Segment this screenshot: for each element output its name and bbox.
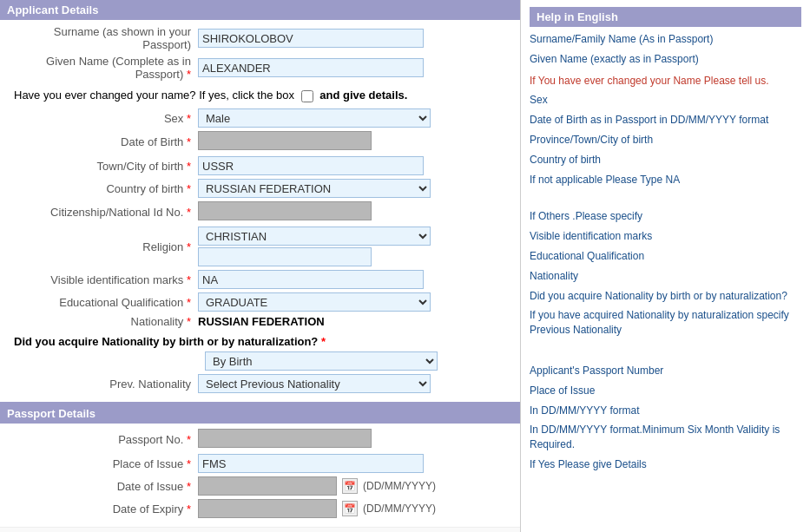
help-title: Help in English [537,10,618,23]
prev-nat-label: Prev. Nationality [7,378,198,391]
surname-value [198,29,513,48]
religion-label: Religion * [7,240,198,253]
dob-input-blurred[interactable] [198,131,372,150]
education-select[interactable]: GRADUATE [198,292,431,312]
town-input[interactable] [198,156,424,175]
date-expiry-value: 📅 (DD/MM/YYYY) [198,499,513,518]
help-place: Place of Issue [530,384,801,398]
surname-row: Surname (as shown in your Passport) [7,25,513,51]
sex-value: Male Female [198,108,513,128]
help-town: Province/Town/City of birth [530,133,801,148]
date-issue-required: * [187,480,191,493]
help-content: Surname/Family Name (As in Passport) Giv… [530,27,801,472]
date-issue-input-blurred[interactable] [198,476,337,496]
passport-section: Passport Details Passport No. * Pla [0,402,520,527]
help-nat-question: Did you acquire Nationality by birth or … [530,289,801,304]
date-expiry-input-blurred[interactable] [198,499,337,518]
ic-row: Any other valid Passport/Identity Certif… [0,527,520,532]
place-issue-input[interactable] [198,454,424,473]
religion-value: CHRISTIAN [198,227,513,266]
citizenship-required: * [187,206,191,219]
prev-nat-value: Select Previous Nationality [198,374,513,393]
nationality-required: * [187,315,191,328]
visible-marks-input[interactable] [198,270,424,289]
applicant-details-title: Applicant Details [7,3,98,16]
name-change-text: Have you ever changed your name? If yes,… [14,89,294,102]
citizenship-input-blurred[interactable] [198,201,372,220]
nat-type-row: By Birth By Naturalization [7,351,513,371]
date-expiry-row: Date of Expiry * 📅 (DD/MM/YYYY) [7,499,513,518]
name-change-suffix: and give details. [319,89,407,102]
help-date-issue: In DD/MM/YYYY format [530,404,801,418]
help-name-change: If You have ever changed your Name Pleas… [530,74,801,89]
citizenship-label: Citizenship/National Id No. * [7,206,198,219]
country-select[interactable]: RUSSIAN FEDERATION [198,179,431,198]
help-nationality: Nationality [530,269,801,284]
town-value [198,156,513,175]
help-country: Country of birth [530,153,801,167]
help-nat-naturalization: If you have acquired Nationality by natu… [530,308,801,338]
help-passport-no: Applicant's Passport Number [530,364,801,378]
applicant-form-body: Surname (as shown in your Passport) Give… [0,20,520,402]
prev-nat-select[interactable]: Select Previous Nationality [198,374,431,393]
religion-other-input[interactable] [198,247,372,266]
citizenship-value [198,201,513,223]
given-name-required: * [187,68,191,81]
nationality-value: RUSSIAN FEDERATION [198,315,325,328]
date-issue-format: (DD/MM/YYYY) [363,480,436,492]
place-issue-label: Place of Issue * [7,457,198,470]
sex-select[interactable]: Male Female [198,108,431,128]
nat-type-select[interactable]: By Birth By Naturalization [205,351,438,371]
left-panel: Applicant Details Surname (as shown in y… [0,0,521,532]
date-issue-calendar-icon[interactable]: 📅 [342,478,358,494]
surname-label: Surname (as shown in your Passport) [7,25,198,51]
sex-row: Sex * Male Female [7,108,513,128]
sex-label: Sex * [7,112,198,125]
visible-marks-value [198,270,513,289]
dob-required: * [187,135,191,148]
place-issue-required: * [187,457,191,470]
country-label: Country of birth * [7,182,198,195]
passport-no-row: Passport No. * [7,429,513,450]
nat-question-required: * [321,335,326,348]
visible-marks-row: Visible identification marks * [7,270,513,289]
passport-body: Passport No. * Place of Issue * [0,424,520,527]
sex-required: * [187,112,191,125]
country-required: * [187,182,191,195]
nationality-label: Nationality * [7,315,198,328]
dob-value [198,131,513,153]
religion-required: * [187,240,191,253]
place-issue-row: Place of Issue * [7,454,513,473]
education-row: Educational Qualification * GRADUATE [7,292,513,312]
given-name-label: Given Name (Complete as in Passport) * [7,55,198,81]
nationality-row: Nationality * RUSSIAN FEDERATION [7,315,513,328]
help-ic: If Yes Please give Details [530,457,801,472]
help-religion: If Others .Please specify [530,209,801,224]
help-visible-marks: Visible identification marks [530,229,801,244]
passport-no-input-blurred[interactable] [198,429,372,448]
given-name-row: Given Name (Complete as in Passport) * [7,55,513,81]
surname-input[interactable] [198,29,424,48]
main-container: Applicant Details Surname (as shown in y… [0,0,810,532]
name-change-row: Have you ever changed your name? If yes,… [7,84,513,108]
right-panel: Help in English Surname/Family Name (As … [521,0,810,532]
education-value: GRADUATE [198,292,513,312]
religion-row: Religion * CHRISTIAN [7,227,513,266]
date-issue-label: Date of Issue * [7,480,198,493]
passport-no-required: * [187,433,191,446]
help-date-expiry: In DD/MM/YYYY format.Minimum Six Month V… [530,423,801,452]
religion-select[interactable]: CHRISTIAN [198,227,431,246]
given-name-input[interactable] [198,58,424,77]
passport-details-header: Passport Details [0,404,520,424]
country-value: RUSSIAN FEDERATION [198,179,513,198]
date-expiry-required: * [187,502,191,516]
place-issue-value [198,454,513,473]
help-sex: Sex [530,93,801,108]
passport-no-value [198,429,513,450]
passport-details-title: Passport Details [7,407,95,420]
applicant-details-header: Applicant Details [0,0,520,20]
visible-marks-required: * [187,273,191,286]
prev-nat-row: Prev. Nationality Select Previous Nation… [7,374,513,393]
date-expiry-calendar-icon[interactable]: 📅 [342,501,358,516]
name-change-checkbox[interactable] [301,90,313,102]
